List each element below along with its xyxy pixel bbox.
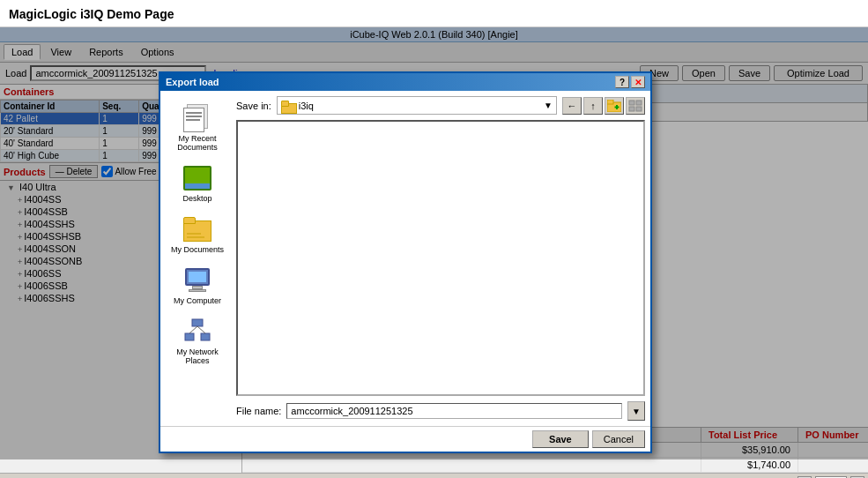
- dialog-cancel-button[interactable]: Cancel: [592, 430, 645, 448]
- page-title-bar: MagicLogic i3IQ Demo Page: [0, 0, 868, 27]
- price-row-2: $1,740.00: [701, 458, 798, 472]
- network-icon: [183, 317, 211, 346]
- right-data-row-2: $1,740.00: [242, 458, 868, 473]
- my-documents-icon: [183, 215, 211, 243]
- svg-rect-10: [636, 101, 642, 105]
- dialog-controls: ? ✕: [615, 76, 645, 88]
- po-row-2: [798, 458, 868, 472]
- svg-rect-9: [629, 101, 634, 105]
- dialog-right: Save in: i3iq ▼ ← ↑: [236, 96, 645, 421]
- nav-up-button[interactable]: ↑: [583, 97, 603, 115]
- svg-rect-1: [185, 333, 194, 340]
- dialog-titlebar: Export load ? ✕: [160, 73, 650, 91]
- dialog-body: My Recent Documents Desktop: [160, 91, 650, 426]
- svg-rect-0: [192, 319, 203, 326]
- save-in-select[interactable]: i3iq ▼: [277, 96, 557, 115]
- svg-line-3: [189, 326, 197, 333]
- network-label: My Network Places: [170, 347, 225, 365]
- save-in-bar: Save in: i3iq ▼ ← ↑: [236, 96, 645, 115]
- nav-item-my-computer[interactable]: My Computer: [166, 262, 229, 310]
- filename-label: File name:: [236, 406, 281, 416]
- filename-bar: File name: ▼: [236, 401, 645, 421]
- recent-documents-icon: [183, 104, 211, 132]
- network-svg: [183, 317, 211, 346]
- svg-rect-2: [201, 333, 210, 340]
- dialog-nav: My Recent Documents Desktop: [166, 96, 236, 421]
- svg-rect-11: [629, 107, 634, 111]
- export-dialog: Export load ? ✕: [159, 71, 652, 453]
- save-in-label: Save in:: [236, 101, 271, 111]
- nav-item-desktop[interactable]: Desktop: [166, 160, 229, 207]
- dialog-save-button[interactable]: Save: [532, 430, 589, 448]
- recent-documents-label: My Recent Documents: [170, 134, 225, 152]
- status-bar: − 100% +: [0, 473, 868, 478]
- nav-buttons: ← ↑: [562, 97, 645, 115]
- filename-input[interactable]: [286, 403, 622, 419]
- save-in-value: i3iq: [299, 101, 314, 111]
- nav-item-my-documents[interactable]: My Documents: [166, 211, 229, 258]
- svg-line-4: [197, 326, 205, 333]
- svg-rect-12: [636, 107, 642, 111]
- dialog-footer: Save Cancel: [160, 426, 650, 452]
- desktop-icon: [183, 164, 211, 192]
- my-computer-label: My Computer: [174, 296, 221, 305]
- dialog-title: Export load: [166, 77, 615, 87]
- desktop-label: Desktop: [182, 194, 211, 203]
- filename-dropdown-arrow[interactable]: ▼: [627, 401, 645, 421]
- dialog-help-button[interactable]: ?: [615, 76, 629, 88]
- my-computer-icon: [183, 266, 211, 295]
- dialog-close-button[interactable]: ✕: [631, 76, 645, 88]
- save-in-dropdown-arrow: ▼: [544, 101, 553, 110]
- svg-rect-6: [607, 100, 613, 104]
- nav-views-button[interactable]: [626, 97, 645, 115]
- my-documents-label: My Documents: [171, 245, 224, 254]
- file-area: [236, 120, 645, 396]
- app-container: iCube-IQ Web 2.0.1 (Build 340) [Angie] L…: [0, 27, 868, 459]
- folder-icon-inline: [281, 99, 295, 112]
- nav-item-network[interactable]: My Network Places: [166, 313, 229, 370]
- nav-item-recent-documents[interactable]: My Recent Documents: [166, 100, 229, 156]
- nav-back-button[interactable]: ←: [562, 97, 582, 115]
- page-title: MagicLogic i3IQ Demo Page: [9, 7, 859, 21]
- nav-new-folder-button[interactable]: [605, 97, 624, 115]
